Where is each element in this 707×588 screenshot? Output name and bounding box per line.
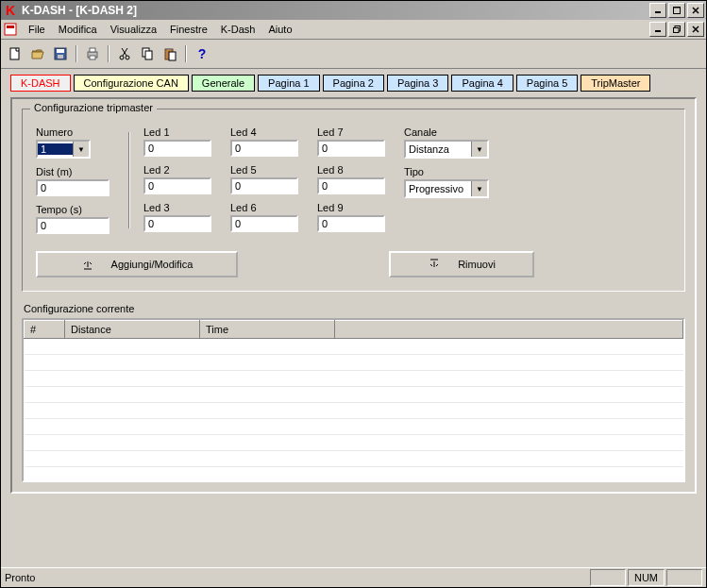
svg-line-34 (436, 264, 438, 266)
numero-dropdown[interactable]: 1 ▼ (36, 140, 91, 159)
chevron-down-icon: ▼ (471, 181, 487, 196)
tab-pagina5[interactable]: Pagina 5 (516, 75, 578, 92)
tab-pagina4[interactable]: Pagina 4 (451, 75, 513, 92)
group-tripmaster: Configurazione tripmaster Numero 1 ▼ Di (22, 109, 685, 292)
svg-line-20 (123, 48, 127, 56)
window-controls (649, 3, 704, 18)
menu-file[interactable]: File (22, 22, 52, 37)
mdi-restore-button[interactable] (668, 22, 685, 37)
save-icon[interactable] (50, 43, 71, 64)
led3-input[interactable] (143, 215, 211, 232)
led1-label: Led 1 (143, 126, 211, 138)
col-index[interactable]: # (25, 321, 65, 339)
tab-generale[interactable]: Generale (192, 75, 255, 92)
toolbar-separator (185, 45, 187, 62)
svg-rect-6 (7, 25, 14, 28)
form-grid: Numero 1 ▼ Dist (m) Tempo (s) (36, 126, 671, 234)
tab-can[interactable]: Configurazione CAN (74, 75, 189, 92)
tab-pagina3[interactable]: Pagina 3 (387, 75, 448, 92)
led6-input[interactable] (230, 215, 298, 232)
table-row[interactable] (25, 403, 683, 419)
chevron-down-icon: ▼ (471, 142, 487, 157)
led4-input[interactable] (230, 140, 298, 157)
new-icon[interactable] (5, 43, 25, 64)
led1-input[interactable] (143, 140, 211, 157)
doc-icon (3, 22, 18, 37)
help-icon[interactable]: ? (192, 43, 212, 64)
copy-icon[interactable] (137, 43, 158, 64)
led9-input[interactable] (317, 215, 385, 232)
minimize-button[interactable] (649, 3, 666, 18)
led8-label: Led 8 (317, 164, 385, 176)
col-main: Numero 1 ▼ Dist (m) Tempo (s) (36, 126, 109, 234)
col-distance[interactable]: Distance (65, 321, 200, 339)
menu-kdash[interactable]: K-Dash (214, 22, 262, 37)
svg-rect-26 (167, 48, 171, 50)
col-empty[interactable] (335, 321, 683, 339)
tab-tripmaster[interactable]: TripMaster (581, 75, 650, 92)
paste-icon[interactable] (160, 43, 180, 64)
svg-line-29 (84, 262, 86, 264)
mdi-area: K-DASH Configurazione CAN Generale Pagin… (1, 69, 706, 567)
table-row[interactable] (25, 419, 683, 435)
led2-label: Led 2 (143, 164, 211, 176)
svg-rect-27 (169, 52, 176, 60)
close-button[interactable] (687, 3, 704, 18)
status-text: Pronto (5, 572, 588, 583)
dist-label: Dist (m) (36, 166, 109, 177)
button-row: Aggiungi/Modifica Rimuovi (36, 251, 671, 277)
table-heading: Configurazione corrente (24, 303, 685, 314)
open-icon[interactable] (27, 43, 48, 64)
led2-input[interactable] (143, 177, 211, 194)
rimuovi-label: Rimuovi (458, 259, 496, 270)
tempo-input[interactable] (36, 217, 109, 234)
svg-line-33 (430, 264, 432, 266)
content-panel: Configurazione tripmaster Numero 1 ▼ Di (10, 97, 697, 494)
led9-label: Led 9 (317, 202, 385, 213)
table-row[interactable] (25, 339, 683, 355)
table-row[interactable] (25, 435, 683, 451)
window-title: K-DASH - [K-DASH 2] (22, 4, 649, 17)
rimuovi-button[interactable]: Rimuovi (389, 251, 534, 277)
canale-label: Canale (404, 126, 489, 138)
col-time[interactable]: Time (200, 321, 335, 339)
menu-finestre[interactable]: Finestre (163, 22, 214, 37)
tab-kdash[interactable]: K-DASH (10, 75, 71, 92)
mdi-close-button[interactable] (687, 22, 704, 37)
menu-aiuto[interactable]: Aiuto (261, 22, 298, 37)
led7-input[interactable] (317, 140, 385, 157)
aggiungi-button[interactable]: Aggiungi/Modifica (36, 251, 238, 277)
led8-input[interactable] (317, 177, 385, 194)
led5-input[interactable] (230, 177, 298, 194)
mdi-minimize-button[interactable] (649, 22, 666, 37)
numero-label: Numero (36, 126, 109, 138)
menubar: File Modifica Visualizza Finestre K-Dash… (1, 20, 706, 40)
status-cell (590, 569, 626, 586)
titlebar: K K-DASH - [K-DASH 2] (1, 1, 706, 20)
canale-dropdown[interactable]: Distanza ▼ (404, 140, 489, 159)
cut-icon[interactable] (114, 43, 135, 64)
print-icon[interactable] (82, 43, 103, 64)
table-row[interactable] (25, 451, 683, 467)
menu-modifica[interactable]: Modifica (52, 22, 104, 37)
numero-value: 1 (38, 143, 73, 155)
svg-rect-17 (90, 48, 95, 52)
remove-icon (428, 258, 441, 271)
table-row[interactable] (25, 355, 683, 371)
tab-pagina2[interactable]: Pagina 2 (323, 75, 384, 92)
svg-line-30 (90, 262, 92, 264)
table-row[interactable] (25, 387, 683, 403)
tipo-dropdown[interactable]: Progressivo ▼ (404, 179, 489, 198)
dist-input[interactable] (36, 179, 109, 196)
tempo-label: Tempo (s) (36, 204, 109, 215)
toolbar-separator (108, 45, 109, 62)
svg-rect-14 (57, 49, 64, 53)
tab-pagina1[interactable]: Pagina 1 (258, 75, 319, 92)
table-row[interactable] (25, 371, 683, 387)
svg-point-22 (126, 56, 129, 59)
svg-rect-9 (674, 28, 680, 33)
vertical-separator (128, 132, 130, 228)
maximize-button[interactable] (668, 3, 685, 18)
config-table[interactable]: # Distance Time (22, 318, 685, 482)
menu-visualizza[interactable]: Visualizza (104, 22, 163, 37)
